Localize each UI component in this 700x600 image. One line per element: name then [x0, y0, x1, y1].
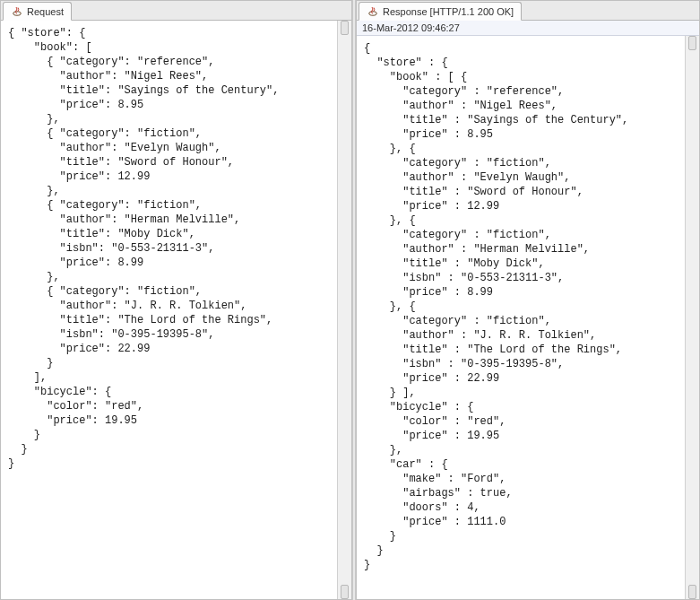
- request-tab-label: Request: [27, 6, 64, 17]
- response-body[interactable]: { "store" : { "book" : [ { "category" : …: [357, 36, 685, 599]
- request-tab[interactable]: Request: [3, 2, 72, 21]
- java-bean-icon: [11, 5, 23, 18]
- response-timestamp: 16-Mar-2012 09:46:27: [357, 21, 699, 36]
- response-tab[interactable]: Response [HTTP/1.1 200 OK]: [359, 2, 522, 21]
- java-bean-icon: [367, 5, 379, 18]
- request-body[interactable]: { "store": { "book": [ { "category": "re…: [1, 21, 337, 599]
- request-pane: Request { "store": { "book": [ { "catego…: [0, 0, 352, 600]
- response-tab-label: Response [HTTP/1.1 200 OK]: [383, 6, 514, 17]
- request-scrollbar[interactable]: [337, 21, 351, 599]
- response-pane: Response [HTTP/1.1 200 OK] 16-Mar-2012 0…: [356, 0, 700, 600]
- response-tabbar: Response [HTTP/1.1 200 OK]: [357, 1, 699, 21]
- response-scrollbar[interactable]: [685, 36, 699, 599]
- request-tabbar: Request: [1, 1, 351, 21]
